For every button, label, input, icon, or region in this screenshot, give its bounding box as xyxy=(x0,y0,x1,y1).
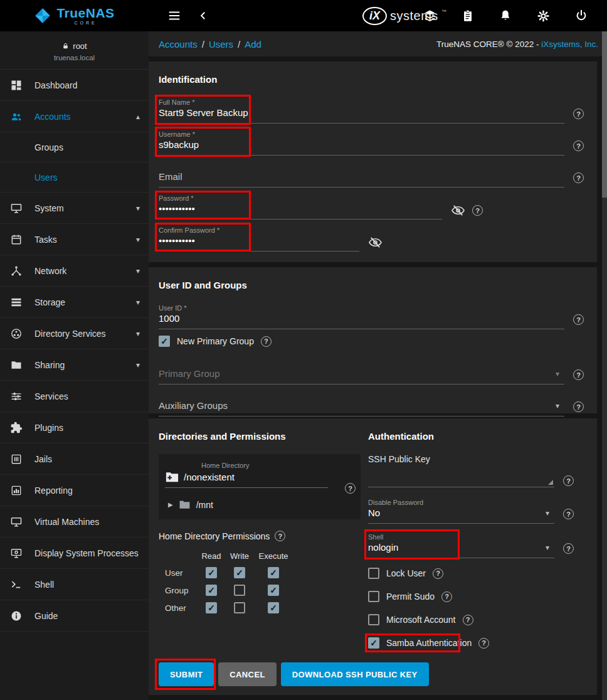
alerts-button[interactable] xyxy=(495,5,516,26)
help-icon[interactable] xyxy=(573,401,584,412)
auxiliary-groups-select[interactable]: Auxiliary Groups ▾ xyxy=(159,390,587,416)
primary-group-select[interactable]: Primary Group ▾ xyxy=(159,358,587,384)
new-primary-group-checkbox[interactable] xyxy=(159,336,170,347)
samba-authentication-checkbox[interactable] xyxy=(368,637,379,649)
shell-select[interactable]: Shell nologin ▾ xyxy=(368,532,577,558)
expand-caret-icon: ▾ xyxy=(136,329,140,338)
group-write-checkbox[interactable] xyxy=(234,585,245,596)
help-icon[interactable] xyxy=(463,615,473,625)
help-icon[interactable] xyxy=(441,591,452,602)
help-icon[interactable] xyxy=(478,638,489,649)
menu-toggle-button[interactable] xyxy=(164,5,185,26)
sidebar-item-services[interactable]: Services xyxy=(0,381,149,412)
clipboard-icon xyxy=(461,9,475,23)
user-execute-checkbox[interactable] xyxy=(268,567,279,578)
help-icon[interactable] xyxy=(573,141,584,151)
download-ssh-key-button[interactable]: DOWNLOAD SSH PUBLIC KEY xyxy=(281,662,429,686)
email-field[interactable]: Email xyxy=(159,161,587,188)
textarea-resize-handle[interactable] xyxy=(548,480,553,485)
cancel-button[interactable]: CANCEL xyxy=(218,662,277,686)
tune-icon xyxy=(10,390,24,403)
bell-icon xyxy=(499,9,512,23)
group-work-icon xyxy=(10,327,24,340)
full-name-field[interactable]: Full Name * Start9 Server Backup xyxy=(159,97,587,124)
dropdown-caret-icon: ▾ xyxy=(546,509,549,517)
microsoft-account-row: Microsoft Account xyxy=(368,613,577,627)
help-icon[interactable] xyxy=(563,543,574,554)
tree-node-mnt[interactable]: ▶ /mnt xyxy=(165,499,354,511)
other-write-checkbox[interactable] xyxy=(234,602,245,613)
group-read-checkbox[interactable] xyxy=(206,585,217,596)
power-button[interactable] xyxy=(571,5,592,26)
sidebar-item-system[interactable]: System ▾ xyxy=(0,193,149,224)
scrollbar-thumb[interactable] xyxy=(602,31,607,198)
help-icon[interactable] xyxy=(433,568,443,579)
ixsystems-link[interactable]: iXsystems, Inc. xyxy=(541,40,598,49)
dropdown-caret-icon: ▾ xyxy=(546,543,549,552)
sidebar-item-sharing[interactable]: Sharing ▾ xyxy=(0,349,149,381)
sidebar-item-network[interactable]: Network ▾ xyxy=(0,255,149,287)
sidebar-item-shell[interactable]: Shell xyxy=(0,569,149,600)
breadcrumb-accounts[interactable]: Accounts xyxy=(159,39,198,50)
other-read-checkbox[interactable] xyxy=(206,602,217,613)
scrollbar[interactable] xyxy=(602,31,607,700)
sidebar-item-dashboard[interactable]: Dashboard xyxy=(0,70,149,101)
ix-trademark: ™ xyxy=(441,9,446,14)
help-icon[interactable] xyxy=(261,336,272,347)
help-icon[interactable] xyxy=(275,531,285,541)
expand-caret-icon: ▾ xyxy=(136,361,140,369)
sidebar-item-display-system-processes[interactable]: Display System Processes xyxy=(0,538,149,569)
tree-expand-icon[interactable]: ▶ xyxy=(168,501,173,508)
sidebar-item-users[interactable]: Users xyxy=(0,162,149,193)
help-icon[interactable] xyxy=(563,475,574,486)
sidebar-item-reporting[interactable]: Reporting xyxy=(0,475,149,506)
sidebar-item-guide[interactable]: Guide xyxy=(0,600,149,632)
back-button[interactable] xyxy=(194,6,213,25)
password-field[interactable]: Password * ••••••••••• xyxy=(159,193,587,220)
help-icon[interactable] xyxy=(573,314,584,325)
folder-icon xyxy=(10,359,24,371)
form-actions: SUBMIT CANCEL DOWNLOAD SSH PUBLIC KEY xyxy=(159,662,429,686)
settings-button[interactable] xyxy=(532,5,554,27)
ssh-public-key-field[interactable]: SSH Public Key xyxy=(368,454,577,487)
sidebar-item-plugins[interactable]: Plugins xyxy=(0,412,149,443)
submit-button[interactable]: SUBMIT xyxy=(159,662,214,686)
toggle-password-visibility-icon[interactable] xyxy=(451,203,465,218)
help-icon[interactable] xyxy=(345,483,356,494)
username-field[interactable]: Username * s9backup xyxy=(159,129,587,156)
hostname: truenas.local xyxy=(0,54,149,61)
user-read-checkbox[interactable] xyxy=(206,567,217,578)
jobs-button[interactable] xyxy=(457,5,478,26)
sidebar-item-virtual-machines[interactable]: Virtual Machines xyxy=(0,506,149,538)
samba-authentication-row: Samba Authentication xyxy=(368,636,577,650)
logged-in-user: root xyxy=(73,41,87,51)
breadcrumb-add[interactable]: Add xyxy=(245,39,261,50)
user-write-checkbox[interactable] xyxy=(234,567,245,578)
directories-authentication-card: Directories and Permissions Home Directo… xyxy=(149,418,597,695)
confirm-password-field[interactable]: Confirm Password * ••••••••••• xyxy=(159,225,587,252)
topbar: TrueNAS CORE iX systems ™ xyxy=(0,0,607,31)
toggle-password-visibility-icon[interactable] xyxy=(368,235,383,250)
help-icon[interactable] xyxy=(472,205,483,216)
permit-sudo-checkbox[interactable] xyxy=(368,591,379,602)
sidebar-item-jails[interactable]: Jails xyxy=(0,443,149,475)
other-execute-checkbox[interactable] xyxy=(268,602,279,613)
help-icon[interactable] xyxy=(573,369,584,380)
sidebar-item-tasks[interactable]: Tasks ▾ xyxy=(0,224,149,255)
sidebar-item-groups[interactable]: Groups xyxy=(0,132,149,162)
home-directory-field[interactable]: /nonexistent xyxy=(165,470,328,488)
disable-password-select[interactable]: Disable Password No ▾ xyxy=(368,497,577,524)
sidebar-item-storage[interactable]: Storage ▾ xyxy=(0,287,149,318)
microsoft-account-checkbox[interactable] xyxy=(368,614,379,625)
sidebar-item-directory-services[interactable]: Directory Services ▾ xyxy=(0,318,149,349)
lock-user-checkbox[interactable] xyxy=(368,568,379,579)
user-id-field[interactable]: User ID * 1000 xyxy=(159,303,587,329)
section-title-identification: Identification xyxy=(159,74,587,85)
help-icon[interactable] xyxy=(573,109,584,119)
help-icon[interactable] xyxy=(573,172,584,183)
add-folder-icon[interactable] xyxy=(165,470,179,484)
sidebar-item-accounts[interactable]: Accounts ▴ xyxy=(0,101,149,132)
breadcrumb-users[interactable]: Users xyxy=(209,39,233,50)
group-execute-checkbox[interactable] xyxy=(268,585,279,596)
help-icon[interactable] xyxy=(563,509,574,519)
